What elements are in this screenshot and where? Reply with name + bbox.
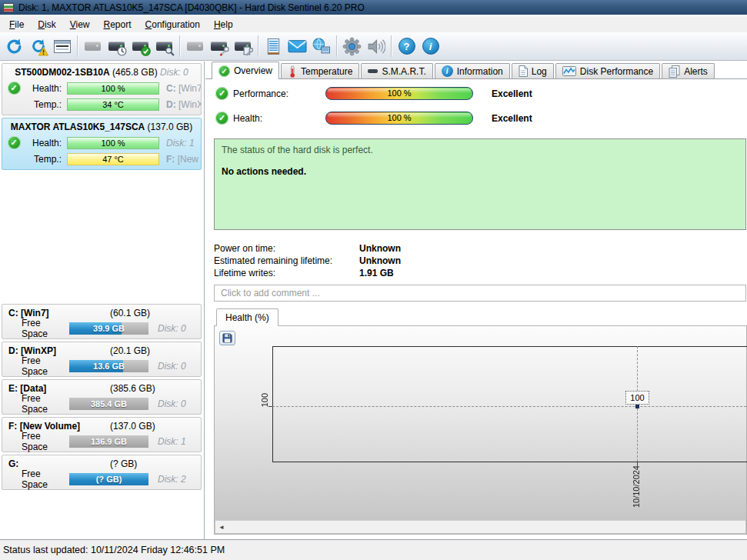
chart-crosshair-horizontal bbox=[272, 406, 746, 407]
power-on-time-row: Power on time: Unknown bbox=[214, 243, 747, 255]
partition-name: E: [Data] bbox=[8, 383, 110, 394]
partition-list: C: [Win7] (60.1 GB) Free Space 39.9 GB D… bbox=[2, 304, 202, 492]
toolbar-separator bbox=[336, 35, 337, 57]
partition-name: C: [Win7] bbox=[8, 308, 110, 318]
disk-name: MAXTOR ATLAS10K5_147SCA bbox=[11, 122, 145, 132]
health-label: Health: bbox=[25, 138, 67, 148]
menu-configuration[interactable]: Configuration bbox=[138, 17, 207, 32]
overview-ok-icon: ✓ bbox=[218, 65, 230, 77]
chart-data-point[interactable] bbox=[635, 405, 639, 408]
disk-number: Disk: 1 bbox=[166, 138, 201, 148]
warning-badge-icon bbox=[38, 47, 48, 56]
free-space-bar: 13.6 GB bbox=[69, 360, 148, 372]
disk-clock-icon[interactable] bbox=[105, 34, 128, 58]
disk-repair-icon[interactable] bbox=[207, 34, 231, 58]
tab-temperature[interactable]: Temperature bbox=[281, 63, 359, 78]
health-ok-icon: ✓ bbox=[215, 112, 228, 125]
partition-capacity: (137.0 GB) bbox=[110, 421, 155, 432]
health-gradient-bar: 100 % bbox=[325, 112, 473, 125]
notes-icon[interactable] bbox=[262, 34, 285, 58]
network-icon[interactable] bbox=[309, 34, 333, 58]
free-space-bar: (? GB) bbox=[69, 473, 148, 485]
help-icon[interactable]: ? bbox=[395, 34, 419, 58]
info-icon: i bbox=[442, 65, 453, 77]
health-bar: 100 % bbox=[67, 137, 159, 149]
menubar: File Disk View Report Configuration Help bbox=[0, 16, 747, 32]
toolbar-separator bbox=[391, 35, 392, 57]
settings-gear-icon[interactable] bbox=[340, 34, 364, 58]
disk-capacity: (465.8 GB) bbox=[112, 67, 158, 78]
partition-name: G: bbox=[8, 458, 110, 469]
chart-plot-area[interactable] bbox=[272, 346, 747, 462]
partition-item-f[interactable]: F: [New Volume] (137.0 GB) Free Space 13… bbox=[2, 417, 202, 452]
disk-item-1-selected[interactable]: MAXTOR ATLAS10K5_147SCA (137.0 GB) ✓ Hea… bbox=[2, 118, 202, 170]
tab-alerts[interactable]: Alerts bbox=[662, 63, 715, 78]
partition-disk-number: Disk: 1 bbox=[158, 436, 186, 447]
menu-help[interactable]: Help bbox=[207, 17, 240, 32]
scroll-left-icon[interactable]: ◄ bbox=[218, 524, 225, 531]
toolbar: ? i bbox=[0, 32, 747, 61]
chart-scrollbar[interactable]: ◄ bbox=[215, 520, 745, 533]
menu-report[interactable]: Report bbox=[97, 17, 138, 32]
partition-disk-number: Disk: 2 bbox=[158, 474, 186, 485]
save-chart-button[interactable] bbox=[219, 331, 235, 345]
free-space-label: Free Space bbox=[22, 393, 68, 415]
tab-disk-performance[interactable]: Disk Performance bbox=[555, 63, 660, 78]
disk-item-0[interactable]: ST500DM002-1SB10A (465.8 GB) Disk: 0 ✓ H… bbox=[2, 63, 202, 115]
partition-capacity: (20.1 GB) bbox=[110, 345, 150, 356]
information-icon[interactable]: i bbox=[419, 34, 442, 58]
comment-input[interactable]: Click to add comment ... bbox=[214, 285, 746, 302]
partition-name: F: [New Volume] bbox=[8, 421, 110, 432]
free-space-bar: 385.4 GB bbox=[69, 398, 148, 410]
menu-file[interactable]: File bbox=[2, 17, 31, 32]
refresh-icon[interactable] bbox=[2, 34, 26, 58]
tab-information[interactable]: i Information bbox=[435, 63, 510, 78]
status-last-updated: Status last updated: 10/11/2024 Friday 1… bbox=[3, 545, 225, 555]
disk-search-icon[interactable] bbox=[152, 34, 176, 58]
toolbar-separator bbox=[77, 35, 78, 57]
menu-view[interactable]: View bbox=[63, 17, 97, 32]
smart-chip-icon bbox=[368, 69, 378, 73]
chart-y-tick-mark bbox=[268, 406, 272, 407]
main-content: ✓ Overview Temperature S.M.A.R.T. i Info… bbox=[205, 62, 747, 539]
disk-name: ST500DM002-1SB10A bbox=[15, 67, 109, 78]
free-space-label: Free Space bbox=[22, 431, 68, 452]
tab-log[interactable]: Log bbox=[512, 63, 554, 78]
sidebar-disk-list: ST500DM002-1SB10A (465.8 GB) Disk: 0 ✓ H… bbox=[0, 62, 205, 539]
performance-row: ✓ Performance: 100 % Excellent bbox=[205, 87, 747, 102]
lifetime-writes-row: Lifetime writes: 1.91 GB bbox=[214, 268, 747, 280]
partition-item-d[interactable]: D: [WinXP] (20.1 GB) Free Space 13.6 GB … bbox=[2, 342, 202, 377]
titlebar[interactable]: Disk: 1, MAXTOR ATLAS10K5_147SCA [D4030Q… bbox=[0, 0, 747, 15]
disk-status-textbox: The status of the hard disk is perfect. … bbox=[214, 138, 746, 230]
email-icon[interactable] bbox=[285, 34, 309, 58]
chart-y-tick: 100 bbox=[260, 393, 269, 407]
chart-x-tick-mark bbox=[637, 462, 638, 466]
health-bar: 100 % bbox=[67, 82, 159, 95]
disk-disabled-icon bbox=[81, 34, 105, 58]
free-space-bar: 39.9 GB bbox=[69, 322, 148, 335]
disk-repair-2-icon[interactable] bbox=[231, 34, 255, 58]
tabbar: ✓ Overview Temperature S.M.A.R.T. i Info… bbox=[205, 62, 747, 79]
log-page-icon bbox=[519, 65, 528, 77]
app-icon bbox=[3, 3, 14, 12]
partition-item-g[interactable]: G: (? GB) Free Space (? GB) Disk: 2 bbox=[2, 455, 202, 490]
chart-x-tick: 10/10/2024 bbox=[632, 465, 641, 508]
disk-volumes: F: [New Volur bbox=[166, 154, 201, 165]
disk-disabled-2-icon bbox=[183, 34, 207, 58]
statusbar: Status last updated: 10/11/2024 Friday 1… bbox=[0, 539, 747, 560]
sound-icon[interactable] bbox=[364, 34, 388, 58]
tab-overview[interactable]: ✓ Overview bbox=[212, 62, 279, 79]
disk-test-icon[interactable] bbox=[128, 34, 152, 58]
tab-smart[interactable]: S.M.A.R.T. bbox=[361, 63, 432, 78]
partition-item-e[interactable]: E: [Data] (385.6 GB) Free Space 385.4 GB… bbox=[2, 379, 202, 415]
temp-bar: 47 °C bbox=[67, 153, 159, 165]
disk-volumes: D: [WinXP], E bbox=[166, 99, 201, 110]
refresh-alert-icon[interactable] bbox=[26, 34, 50, 58]
chart-tab-health[interactable]: Health (%) bbox=[216, 308, 278, 326]
menu-disk[interactable]: Disk bbox=[31, 17, 62, 32]
partition-item-c[interactable]: C: [Win7] (60.1 GB) Free Space 39.9 GB D… bbox=[2, 304, 202, 339]
free-space-label: Free Space bbox=[22, 355, 68, 377]
performance-chart-icon bbox=[562, 66, 576, 76]
report-window-icon[interactable] bbox=[50, 34, 74, 58]
app-window: Disk: 1, MAXTOR ATLAS10K5_147SCA [D4030Q… bbox=[0, 0, 747, 560]
